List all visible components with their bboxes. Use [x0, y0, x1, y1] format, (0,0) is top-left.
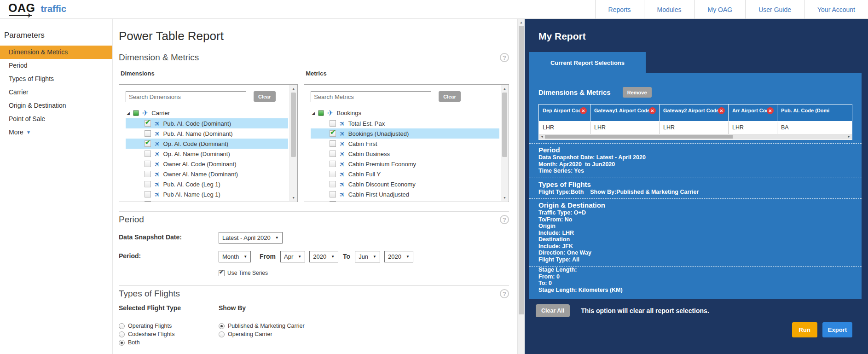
tree-item[interactable]: ✔ ✈ Pub. Al. Code (Dominant) — [126, 118, 288, 128]
checkbox[interactable]: ✔ — [330, 140, 336, 147]
checkbox[interactable]: ✔ — [145, 151, 151, 157]
clear-dimensions-button[interactable]: Clear — [254, 91, 276, 102]
radio-option[interactable]: Both — [119, 338, 219, 347]
tree-item[interactable]: ✔ ✈ Cabin First Unadjusted — [311, 189, 499, 199]
sidebar-item[interactable]: Types of Flights▼ — [0, 72, 112, 86]
scroll-thumb[interactable] — [291, 93, 296, 157]
checkbox[interactable]: ✔ — [145, 130, 151, 137]
help-icon[interactable]: ? — [500, 53, 509, 62]
checkbox[interactable]: ✔ — [330, 120, 336, 127]
radio-option[interactable]: Published & Marketing Carrier — [219, 322, 509, 330]
tree-item[interactable]: ✔ ✈ Pub. Al. Name (Dominant) — [126, 128, 288, 139]
help-icon[interactable]: ? — [500, 289, 509, 298]
remove-column-icon[interactable]: ✕ — [580, 107, 587, 114]
scroll-up-icon[interactable]: ▲ — [518, 21, 525, 24]
radio-option[interactable]: Operating Carrier — [219, 330, 509, 338]
checkbox[interactable]: ✔ — [330, 130, 336, 137]
scroll-right-icon[interactable]: ► — [847, 134, 851, 139]
from-year-select[interactable]: 2020 ▼ — [309, 251, 338, 262]
app-window: OAG✈ traffic ReportsModulesMy OAGUser Gu… — [0, 0, 868, 354]
scroll-thumb[interactable] — [502, 93, 507, 157]
use-time-series-checkbox[interactable]: ✔ — [219, 270, 225, 276]
search-metrics-input[interactable] — [311, 91, 431, 102]
tree-item[interactable]: ✔ ✈ Cabin Full Y — [311, 169, 499, 179]
select-arrow-icon: ▼ — [373, 255, 376, 259]
to-year-select[interactable]: 2020 ▼ — [384, 251, 413, 262]
tree-item[interactable]: ✔ ✈ Pub. Al. Code (Leg 1) — [126, 179, 288, 189]
sidebar-item[interactable]: Carrier▼ — [0, 86, 112, 99]
tree-item[interactable]: ✔ ✈ Owner Al. Name (Dominant) — [126, 169, 288, 179]
root-checkbox[interactable] — [133, 110, 139, 116]
clear-metrics-button[interactable]: Clear — [439, 91, 461, 102]
report-summary-line: To: 0 — [538, 280, 852, 287]
root-checkbox[interactable] — [318, 110, 324, 116]
remove-column-icon[interactable]: ✕ — [649, 107, 656, 114]
remove-button[interactable]: Remove — [623, 87, 652, 98]
top-nav-item[interactable]: User Guide — [745, 0, 804, 19]
tree-item[interactable]: ✔ ✈ Pub Al. Name (Leg 1) — [126, 189, 288, 199]
checkbox[interactable]: ✔ — [330, 161, 336, 167]
sidebar-item[interactable]: Period▼ — [0, 59, 112, 72]
radio-option[interactable]: Codeshare Flights — [119, 330, 219, 338]
granularity-select[interactable]: Month ▼ — [219, 251, 251, 262]
sidebar-item[interactable]: Point of Sale▼ — [0, 112, 112, 126]
tree-item[interactable]: ✔ ✈ Op. Al. Code (Dominant) — [126, 139, 288, 149]
checkbox[interactable]: ✔ — [330, 191, 336, 197]
checkbox[interactable]: ✔ — [330, 181, 336, 187]
scroll-thumb[interactable] — [545, 135, 733, 139]
checkbox[interactable]: ✔ — [145, 140, 151, 147]
scroll-down-icon[interactable]: ▼ — [290, 196, 297, 199]
checkbox[interactable]: ✔ — [145, 171, 151, 177]
period-label: Period: — [119, 251, 219, 260]
table-horizontal-scrollbar[interactable]: ◄ ► — [538, 134, 852, 140]
airplane-icon: ✈ — [338, 190, 347, 199]
tab-current-report-selections[interactable]: Current Report Selections — [529, 52, 646, 73]
help-icon[interactable]: ? — [500, 215, 509, 224]
scroll-down-icon[interactable]: ▼ — [501, 196, 508, 199]
main-scrollbar[interactable]: ▲ — [517, 19, 525, 354]
checkbox[interactable]: ✔ — [330, 151, 336, 157]
tree-expand-icon[interactable]: ◢ — [312, 111, 315, 116]
dimensions-root-node[interactable]: ◢ ✈ Carrier — [126, 108, 288, 118]
airplane-icon: ✈ — [153, 149, 162, 158]
tree-item[interactable]: ✔ ✈ Op. Al. Name (Dominant) — [126, 149, 288, 159]
top-nav-item[interactable]: Modules — [644, 0, 694, 19]
tree-item[interactable]: ✔ ✈ Cabin Discount Economy — [311, 179, 499, 189]
checkbox[interactable]: ✔ — [330, 171, 336, 177]
checkbox[interactable]: ✔ — [145, 161, 151, 167]
top-nav-item[interactable]: Reports — [595, 0, 644, 19]
sidebar-item[interactable]: More▼ — [0, 126, 112, 139]
clear-all-button[interactable]: Clear All — [536, 304, 570, 317]
metrics-root-node[interactable]: ◢ ✈ Bookings — [311, 108, 499, 118]
export-button[interactable]: Export — [822, 322, 852, 337]
sidebar-item[interactable]: Origin & Destination▼ — [0, 99, 112, 112]
checkbox[interactable]: ✔ — [145, 191, 151, 197]
checkbox[interactable]: ✔ — [145, 181, 151, 187]
airplane-icon: ✈ — [338, 149, 347, 158]
remove-column-icon[interactable]: ✕ — [718, 107, 725, 114]
radio-option[interactable]: Operating Flights — [119, 322, 219, 330]
tree-item[interactable]: ✔ ✈ Total Est. Pax — [311, 118, 499, 128]
sidebar-item[interactable]: Dimension & Metrics▼ — [0, 46, 112, 59]
tree-expand-icon[interactable]: ◢ — [127, 111, 130, 116]
checkbox[interactable]: ✔ — [145, 120, 151, 127]
tree-item[interactable]: ✔ ✈ Cabin Business — [311, 149, 499, 159]
to-month-select[interactable]: Jun ▼ — [355, 251, 380, 262]
scroll-up-icon[interactable]: ▲ — [501, 87, 508, 90]
tree-item[interactable]: ✔ ✈ Bookings (Unadjusted) — [311, 128, 499, 139]
tree-item[interactable]: ✔ ✈ Cabin Premium Economy — [311, 159, 499, 169]
top-nav-item[interactable]: My OAG — [694, 0, 746, 19]
tree-item[interactable]: ✔ ✈ Owner Al. Code (Dominant) — [126, 159, 288, 169]
from-month-select[interactable]: Apr ▼ — [280, 251, 305, 262]
run-button[interactable]: Run — [792, 322, 817, 337]
search-dimensions-input[interactable] — [126, 91, 246, 102]
tree-item[interactable]: ✔ ✈ Cabin First — [311, 139, 499, 149]
scroll-up-icon[interactable]: ▲ — [290, 87, 297, 90]
snapshot-date-select[interactable]: Latest - April 2020 ▼ — [219, 232, 283, 244]
dimensions-scrollbar[interactable]: ▲ ▼ — [289, 85, 297, 201]
top-nav-item[interactable]: Your Account — [804, 0, 868, 19]
metrics-scrollbar[interactable]: ▲ ▼ — [501, 85, 508, 201]
scroll-thumb[interactable] — [519, 26, 524, 314]
remove-column-icon[interactable]: ✕ — [767, 107, 774, 114]
scroll-left-icon[interactable]: ◄ — [540, 134, 544, 139]
